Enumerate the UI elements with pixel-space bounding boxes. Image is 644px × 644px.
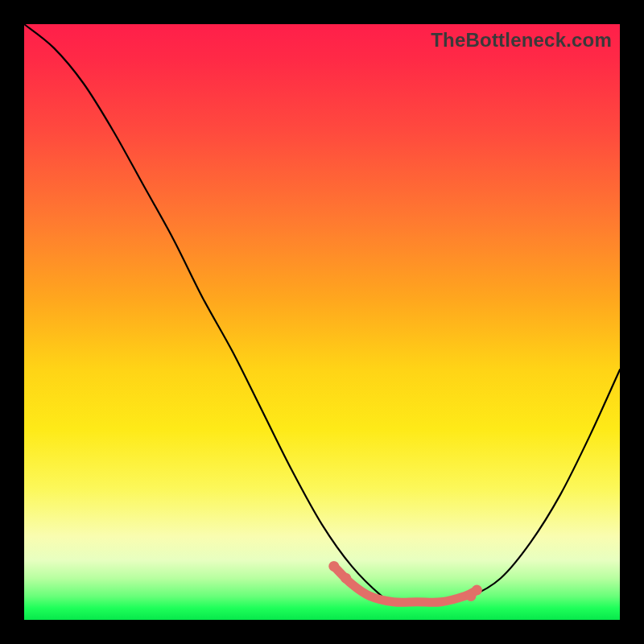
watermark-text: TheBottleneck.com (431, 29, 612, 52)
chart-svg (24, 24, 620, 620)
highlight-dot (472, 585, 482, 596)
highlight-dot (341, 573, 351, 584)
plot-area: TheBottleneck.com (24, 24, 620, 620)
outer-black-frame: TheBottleneck.com (0, 0, 644, 644)
highlight-dot (328, 561, 339, 572)
bottleneck-curve-path (24, 24, 620, 602)
bottleneck-curve (24, 24, 620, 602)
